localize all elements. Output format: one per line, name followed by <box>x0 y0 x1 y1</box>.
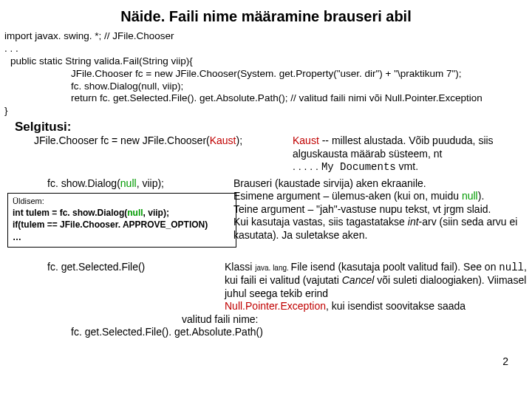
text: int tulem = fc. show.Dialog( <box>13 208 127 218</box>
code-line: import javax. swing. *; // JFile.Chooser <box>4 30 528 43</box>
text: , kui isendist soovitakse saada <box>326 300 466 312</box>
keyword-null: null <box>120 177 137 189</box>
text: ); <box>236 134 243 146</box>
explain-row-1: JFile.Chooser fc = new JFile.Chooser(Kau… <box>4 134 528 174</box>
keyword-null: null <box>127 208 143 218</box>
code-line: public static String valida.Fail(String … <box>4 55 528 68</box>
explain-row-2: fc. show.Dialog(null, viip); Üldisem: in… <box>4 177 528 248</box>
box-header: Üldisem: <box>13 196 231 207</box>
code-line: JFile.Chooser fc = new JFile.Chooser(Sys… <box>4 68 528 81</box>
text: vmt. <box>396 160 418 172</box>
code-block: import javax. swing. *; // JFile.Chooser… <box>4 30 528 117</box>
code-snippet: fc. get.Selected.File() <box>4 261 225 274</box>
code-snippet: fc. get.Selected.File(). get.Absolute.Pa… <box>4 326 528 339</box>
path-example: My Documents <box>321 161 396 173</box>
text: , viip); <box>137 177 164 189</box>
keyword-null: null <box>462 190 478 202</box>
code-line: fc. show.Dialog(null, viip); <box>4 81 528 93</box>
type-int: int <box>408 216 419 228</box>
section-heading: Selgitusi: <box>15 119 528 134</box>
code-line: } <box>4 105 528 117</box>
explain-text: Kaust -- millest alustada. Võib puududa,… <box>293 134 528 174</box>
text: , viip); <box>143 208 169 218</box>
text: ). <box>478 190 485 202</box>
text: Teine argument – "jah"-vastuse nupu teks… <box>233 203 491 215</box>
text: Esimene argument – ülemus-aken (kui on, … <box>233 190 462 202</box>
general-box: Üldisem: int tulem = fc. show.Dialog(nul… <box>7 193 236 247</box>
text: Brauseri (kaustade sirvija) aken ekraani… <box>233 177 426 189</box>
code-snippet: fc. show.Dialog(null, viip); <box>4 177 233 191</box>
button-name: Cancel <box>342 274 375 286</box>
text: Kui kasutaja vastas, siis tagastatakse <box>233 216 408 228</box>
explain-row-3: fc. get.Selected.File() Klassi java. lan… <box>4 261 528 313</box>
left-block: fc. show.Dialog(null, viip); Üldisem: in… <box>4 177 233 248</box>
box-line: int tulem = fc. show.Dialog(null, viip); <box>13 207 231 219</box>
box-line: if(tulem == JFile.Chooser. APPROVE_OPTIO… <box>13 219 231 231</box>
explain-text: Klassi java. lang. File isend (kasutaja … <box>225 261 528 313</box>
explain-text: Brauseri (kaustade sirvija) aken ekraani… <box>233 177 528 242</box>
text: . . . . . <box>293 160 321 172</box>
code-line: return fc. get.Selected.File(). get.Abso… <box>4 92 528 105</box>
code-line: . . . <box>4 43 528 55</box>
text: Klassi <box>225 261 255 273</box>
text: valitud faili nime: <box>182 313 528 327</box>
keyword-null: null <box>499 262 524 273</box>
page-number: 2 <box>502 355 508 369</box>
slide-title: Näide. Faili nime määramine brauseri abi… <box>4 7 528 26</box>
param-kaust: Kaust <box>210 134 236 146</box>
box-line: … <box>13 231 231 243</box>
text: -- millest alustada. Võib puududa, siis … <box>293 134 494 160</box>
code-snippet: JFile.Chooser fc = new JFile.Chooser(Kau… <box>4 134 293 148</box>
text: fc. show.Dialog( <box>47 177 120 189</box>
exception-name: Null.Pointer.Exception <box>225 300 326 312</box>
package-name: java. lang. <box>255 264 290 272</box>
text: JFile.Chooser fc = new JFile.Chooser( <box>34 134 210 146</box>
keyword-kaust: Kaust <box>293 134 319 146</box>
text: File isend (kasutaja poolt valitud fail)… <box>291 261 499 273</box>
